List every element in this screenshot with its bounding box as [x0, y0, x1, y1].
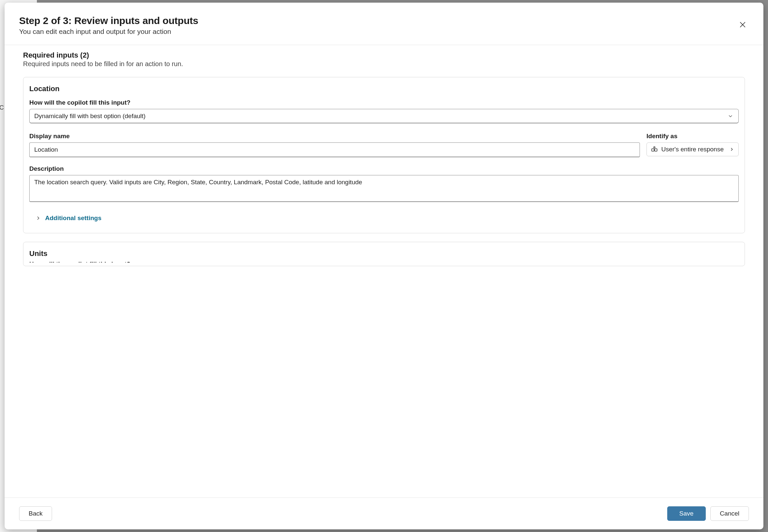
description-label: Description — [29, 165, 739, 172]
display-name-input[interactable] — [29, 142, 640, 157]
additional-settings-toggle[interactable]: Additional settings — [29, 215, 739, 222]
dialog-heading-block: Step 2 of 3: Review inputs and outputs Y… — [19, 15, 198, 36]
cancel-button[interactable]: Cancel — [710, 506, 749, 521]
dialog-body: Required inputs (2) Required inputs need… — [5, 45, 763, 497]
fill-method-label: How will the copilot fill this input? — [29, 99, 739, 106]
svg-rect-3 — [655, 149, 657, 151]
save-button[interactable]: Save — [667, 506, 706, 521]
dialog-subtitle: You can edit each input and output for y… — [19, 28, 198, 36]
section-title: Required inputs (2) — [23, 51, 745, 60]
section-subtitle: Required inputs need to be filled in for… — [23, 60, 745, 68]
close-icon — [738, 20, 747, 29]
svg-rect-2 — [652, 149, 654, 151]
chevron-right-icon — [729, 147, 734, 152]
chevron-right-icon — [35, 215, 41, 221]
close-button[interactable] — [736, 18, 749, 32]
fill-method-field: How will the copilot fill this input? Dy… — [29, 99, 739, 123]
identify-as-button[interactable]: User's entire response — [647, 142, 739, 156]
description-textarea[interactable] — [29, 175, 739, 202]
identify-as-label: Identify as — [647, 133, 739, 140]
input-card-title: Location — [29, 85, 739, 93]
input-card-location: Location How will the copilot fill this … — [23, 77, 745, 233]
svg-point-4 — [654, 147, 655, 148]
additional-settings-label: Additional settings — [45, 215, 101, 222]
required-inputs-section: Required inputs (2) Required inputs need… — [23, 51, 745, 266]
dialog-footer: Back Save Cancel — [5, 497, 763, 529]
dialog-title: Step 2 of 3: Review inputs and outputs — [19, 15, 198, 26]
background-clipped-text: C — [0, 104, 4, 111]
display-name-field: Display name — [29, 133, 640, 157]
entity-icon — [651, 146, 658, 153]
display-name-label: Display name — [29, 133, 640, 140]
back-button[interactable]: Back — [19, 506, 52, 521]
input-card-units: Units How will the copilot fill this inp… — [23, 242, 745, 266]
step-dialog: Step 2 of 3: Review inputs and outputs Y… — [5, 3, 763, 529]
identify-as-value: User's entire response — [661, 146, 726, 153]
input-card-title: Units — [29, 249, 739, 258]
units-fill-method-label-clipped: How will the copilot fill this input? — [29, 261, 739, 263]
dialog-header: Step 2 of 3: Review inputs and outputs Y… — [5, 3, 763, 45]
identify-as-field: Identify as User's entire response — [647, 133, 739, 156]
description-field: Description — [29, 165, 739, 203]
fill-method-select[interactable]: Dynamically fill with best option (defau… — [29, 109, 739, 123]
